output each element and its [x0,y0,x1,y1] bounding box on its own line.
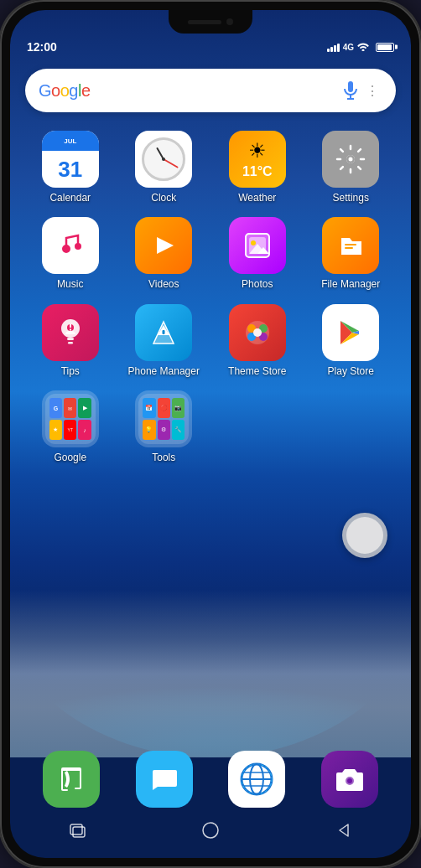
weather-label: Weather [238,192,276,204]
photos-label: Photos [242,278,273,290]
calendar-icon: JUL 31 [42,131,99,188]
svg-point-25 [253,328,262,337]
svg-point-37 [347,778,352,783]
phone-screen: 12:00 4G [10,10,411,858]
music-label: Music [57,278,83,290]
app-photos[interactable]: Photos [212,214,303,293]
lte-icon: 4G [343,43,354,52]
status-icons: 4G [327,41,394,54]
file-manager-label: File Manager [321,278,380,290]
tips-label: Tips [61,365,80,377]
google-logo: Google [39,81,91,101]
phone-manager-icon [135,304,192,361]
nav-recent-button[interactable] [62,815,92,845]
mic-icon[interactable] [339,79,362,102]
nav-home-button[interactable] [195,815,226,845]
dock-messages[interactable] [136,751,193,808]
clock-icon [135,131,192,188]
svg-marker-41 [340,824,348,836]
dock-phone[interactable] [43,751,100,808]
nav-bar [10,811,411,850]
svg-point-40 [203,823,218,838]
signal-icon [327,42,340,52]
front-camera [226,18,233,25]
videos-icon [135,217,192,274]
app-file-manager[interactable]: File Manager [306,214,397,293]
calendar-label: Calendar [49,192,91,204]
speaker [188,20,221,24]
nav-back-button[interactable] [329,815,359,845]
svg-rect-39 [73,827,85,837]
photos-icon [229,217,286,274]
notch [169,10,252,34]
svg-rect-15 [68,342,73,344]
folder-google-icon: G ✉ ▶ ★ YT ♪ [42,390,99,447]
svg-marker-7 [157,237,174,254]
dock-browser[interactable] [228,751,285,808]
app-settings[interactable]: Settings [306,127,397,207]
more-options-icon[interactable]: ⋮ [362,80,382,101]
svg-rect-14 [67,338,74,340]
app-weather[interactable]: ☀ 11°C Weather [212,127,303,207]
dock-camera[interactable] [321,751,378,808]
app-folder-google[interactable]: G ✉ ▶ ★ YT ♪ Google [25,387,116,467]
weather-icon: ☀ 11°C [229,131,286,188]
earth-mountains [10,590,411,757]
svg-point-10 [251,240,256,245]
battery-icon [376,43,394,52]
svg-rect-2 [347,98,354,100]
app-videos[interactable]: Videos [119,214,210,293]
music-icon [42,217,99,274]
app-theme-store[interactable]: Theme Store [212,301,303,380]
file-manager-icon [322,217,379,274]
svg-rect-38 [70,824,82,834]
theme-store-icon [229,304,286,361]
phone-device: 12:00 4G [0,0,421,868]
svg-rect-19 [163,330,165,334]
status-time: 12:00 [27,40,57,54]
phone-manager-label: Phone Manager [128,365,200,377]
tips-icon [42,304,99,361]
dock [25,751,396,808]
app-tips[interactable]: Tips [25,301,116,380]
app-folder-tools[interactable]: 📅 🔴 📷 💡 ⚙ 🔧 Tools [119,387,210,467]
app-grid: JUL 31 Calendar Clock [25,127,396,468]
folder-google-label: Google [54,452,86,463]
app-clock[interactable]: Clock [119,127,210,207]
folder-tools-label: Tools [152,452,175,463]
svg-rect-0 [348,81,353,92]
floating-assistant-button[interactable] [342,513,387,558]
svg-point-6 [75,243,81,250]
play-store-icon [322,304,379,361]
app-phone-manager[interactable]: Phone Manager [119,301,210,380]
settings-label: Settings [333,192,369,204]
wifi-icon [357,41,369,54]
svg-rect-18 [70,328,71,330]
settings-icon [322,131,379,188]
svg-rect-17 [70,324,71,328]
app-play-store[interactable]: Play Store [306,301,397,380]
videos-label: Videos [148,278,179,290]
clock-label: Clock [151,192,176,204]
status-bar: 12:00 4G [10,35,411,59]
svg-point-5 [349,158,353,162]
app-calendar[interactable]: JUL 31 Calendar [25,127,116,207]
svg-rect-1 [350,95,351,98]
play-store-label: Play Store [328,365,374,377]
google-search-bar[interactable]: Google ⋮ [25,69,396,112]
folder-tools-icon: 📅 🔴 📷 💡 ⚙ 🔧 [135,390,192,447]
theme-store-label: Theme Store [228,365,286,377]
app-music[interactable]: Music [25,214,116,293]
